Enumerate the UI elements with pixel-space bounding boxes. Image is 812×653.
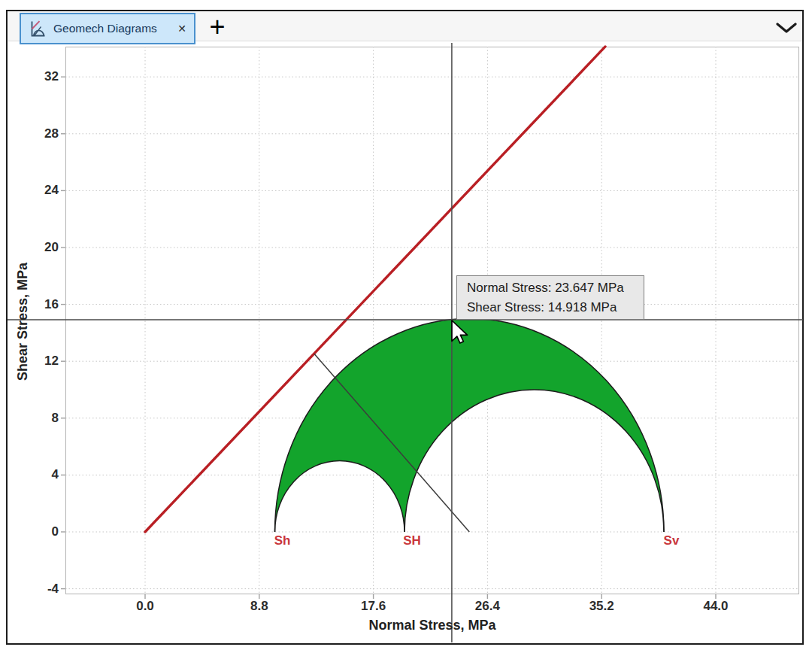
mouse-cursor-icon — [451, 320, 471, 346]
tab-geomech-diagrams[interactable]: Geomech Diagrams ✕ — [20, 13, 195, 44]
chevron-down-icon[interactable] — [776, 23, 797, 35]
mohr-diagram-icon — [29, 20, 47, 38]
crosshair-tooltip: Normal Stress: 23.647 MPa Shear Stress: … — [456, 275, 644, 320]
new-tab-button[interactable]: + — [201, 11, 233, 43]
tooltip-normal-stress: Normal Stress: 23.647 MPa — [467, 278, 644, 298]
close-icon[interactable]: ✕ — [177, 23, 186, 34]
tooltip-shear-stress: Shear Stress: 14.918 MPa — [467, 298, 644, 317]
tab-label: Geomech Diagrams — [53, 22, 157, 35]
plot-canvas — [0, 0, 812, 653]
mohr-shaded-region — [275, 319, 665, 532]
app-window: Geomech Diagrams ✕ + Normal Stress, MPa … — [0, 0, 812, 653]
